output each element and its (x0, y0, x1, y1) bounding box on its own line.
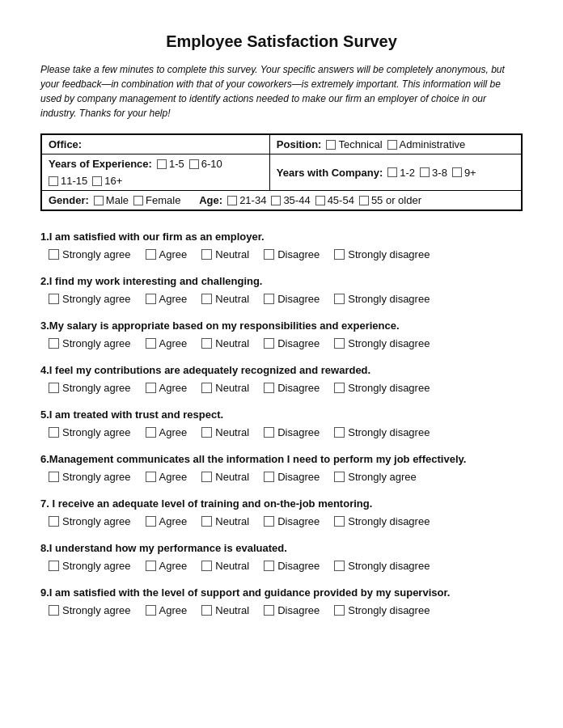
checkbox-q9-o4[interactable] (264, 605, 274, 616)
checkbox-q6-o1[interactable] (49, 472, 59, 482)
checkbox-q5-o2[interactable] (146, 427, 156, 438)
checkbox-q2-o1[interactable] (49, 294, 59, 304)
checkbox-administrative[interactable] (387, 140, 397, 150)
option-6-2[interactable]: Agree (146, 471, 188, 483)
option-2-2[interactable]: Agree (146, 293, 188, 305)
age-45-54[interactable]: 45-54 (315, 194, 354, 206)
checkbox-q3-o3[interactable] (201, 338, 212, 349)
option-9-3[interactable]: Neutral (201, 604, 249, 616)
checkbox-q9-o5[interactable] (334, 605, 345, 616)
checkbox-q1-o1[interactable] (49, 249, 59, 260)
option-8-5[interactable]: Strongly disagree (334, 560, 430, 572)
option-3-3[interactable]: Neutral (201, 337, 249, 349)
exp-16plus[interactable]: 16+ (92, 175, 122, 187)
option-2-4[interactable]: Disagree (264, 293, 320, 305)
option-2-5[interactable]: Strongly disagree (334, 293, 430, 305)
checkbox-q1-o2[interactable] (146, 249, 156, 260)
option-7-4[interactable]: Disagree (264, 515, 320, 527)
checkbox-q8-o2[interactable] (146, 561, 156, 571)
company-1-2[interactable]: 1-2 (387, 167, 415, 179)
option-4-2[interactable]: Agree (146, 382, 188, 394)
option-9-4[interactable]: Disagree (264, 604, 320, 616)
checkbox-q3-o5[interactable] (334, 338, 345, 349)
company-9plus[interactable]: 9+ (452, 167, 476, 179)
checkbox-q7-o3[interactable] (201, 516, 212, 527)
checkbox-q7-o1[interactable] (49, 516, 59, 527)
option-8-4[interactable]: Disagree (264, 560, 320, 572)
option-5-5[interactable]: Strongly disagree (334, 426, 430, 438)
option-4-3[interactable]: Neutral (201, 382, 249, 394)
checkbox-q1-o4[interactable] (264, 249, 274, 260)
gender-male[interactable]: Male (94, 194, 129, 206)
checkbox-q6-o2[interactable] (146, 472, 156, 482)
option-1-4[interactable]: Disagree (264, 248, 320, 260)
option-3-1[interactable]: Strongly agree (49, 337, 131, 349)
option-2-3[interactable]: Neutral (201, 293, 249, 305)
option-3-2[interactable]: Agree (146, 337, 188, 349)
option-9-1[interactable]: Strongly agree (49, 604, 131, 616)
checkbox-q8-o4[interactable] (264, 561, 274, 571)
option-9-2[interactable]: Agree (146, 604, 188, 616)
exp-6-10[interactable]: 6-10 (189, 158, 222, 170)
option-1-5[interactable]: Strongly disagree (334, 248, 430, 260)
option-2-1[interactable]: Strongly agree (49, 293, 131, 305)
option-6-1[interactable]: Strongly agree (49, 471, 131, 483)
age-21-34[interactable]: 21-34 (227, 194, 266, 206)
option-5-3[interactable]: Neutral (201, 426, 249, 438)
checkbox-q3-o2[interactable] (146, 338, 156, 349)
checkbox-q3-o4[interactable] (264, 338, 274, 349)
option-1-2[interactable]: Agree (146, 248, 188, 260)
checkbox-q2-o3[interactable] (201, 294, 212, 304)
option-3-4[interactable]: Disagree (264, 337, 320, 349)
option-3-5[interactable]: Strongly disagree (334, 337, 430, 349)
position-technical[interactable]: Technical (326, 138, 382, 150)
option-5-4[interactable]: Disagree (264, 426, 320, 438)
company-3-8[interactable]: 3-8 (420, 167, 447, 179)
exp-1-5[interactable]: 1-5 (157, 158, 184, 170)
option-7-2[interactable]: Agree (146, 515, 188, 527)
checkbox-q2-o2[interactable] (146, 294, 156, 304)
checkbox-q8-o3[interactable] (201, 561, 212, 571)
checkbox-q2-o4[interactable] (264, 294, 274, 304)
checkbox-q7-o4[interactable] (264, 516, 274, 527)
option-8-3[interactable]: Neutral (201, 560, 249, 572)
checkbox-q7-o5[interactable] (334, 516, 345, 527)
checkbox-technical[interactable] (326, 140, 336, 150)
gender-female[interactable]: Female (133, 194, 180, 206)
option-7-3[interactable]: Neutral (201, 515, 249, 527)
option-6-3[interactable]: Neutral (201, 471, 249, 483)
option-6-5[interactable]: Strongly agree (334, 471, 417, 483)
option-5-1[interactable]: Strongly agree (49, 426, 131, 438)
checkbox-q3-o1[interactable] (49, 338, 59, 349)
checkbox-q9-o3[interactable] (201, 605, 212, 616)
position-administrative[interactable]: Administrative (387, 138, 466, 150)
checkbox-q5-o3[interactable] (201, 427, 212, 438)
option-8-1[interactable]: Strongly agree (49, 560, 131, 572)
checkbox-q6-o3[interactable] (201, 472, 212, 482)
checkbox-q1-o3[interactable] (201, 249, 212, 260)
age-55-older[interactable]: 55 or older (359, 194, 421, 206)
checkbox-q6-o4[interactable] (264, 472, 274, 482)
option-8-2[interactable]: Agree (146, 560, 188, 572)
option-7-1[interactable]: Strongly agree (49, 515, 131, 527)
checkbox-q7-o2[interactable] (146, 516, 156, 527)
exp-11-15[interactable]: 11-15 (49, 175, 87, 187)
option-5-2[interactable]: Agree (146, 426, 188, 438)
checkbox-q1-o5[interactable] (334, 249, 345, 260)
checkbox-q4-o2[interactable] (146, 383, 156, 393)
option-1-1[interactable]: Strongly agree (49, 248, 131, 260)
checkbox-q5-o5[interactable] (334, 427, 345, 438)
option-6-4[interactable]: Disagree (264, 471, 320, 483)
checkbox-q2-o5[interactable] (334, 294, 345, 304)
checkbox-q4-o3[interactable] (201, 383, 212, 393)
checkbox-q9-o2[interactable] (146, 605, 156, 616)
option-1-3[interactable]: Neutral (201, 248, 249, 260)
checkbox-q6-o5[interactable] (334, 472, 345, 482)
option-4-1[interactable]: Strongly agree (49, 382, 131, 394)
checkbox-q4-o1[interactable] (49, 383, 59, 393)
checkbox-q8-o5[interactable] (334, 561, 345, 571)
option-4-5[interactable]: Strongly disagree (334, 382, 430, 394)
checkbox-q5-o4[interactable] (264, 427, 274, 438)
checkbox-q4-o5[interactable] (334, 383, 345, 393)
checkbox-q4-o4[interactable] (264, 383, 274, 393)
